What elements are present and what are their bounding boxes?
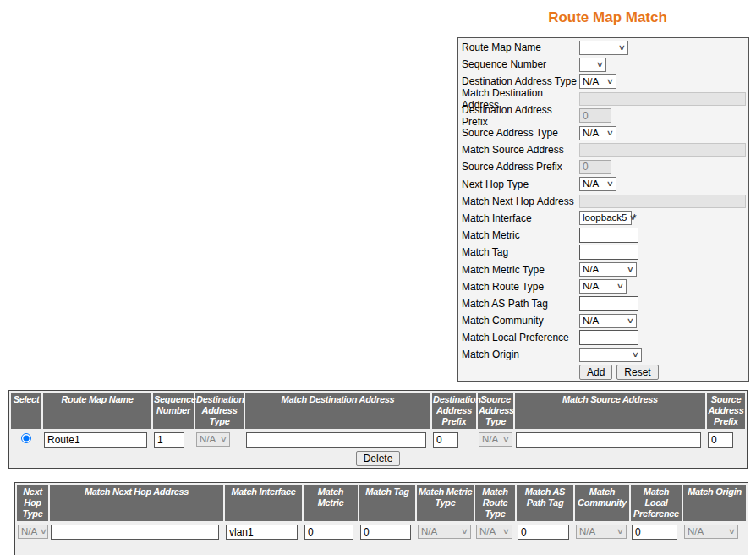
chevron-down-icon: ∨	[627, 315, 634, 327]
select-value: N/A	[583, 315, 599, 327]
source-address-prefix-input	[579, 160, 611, 174]
select-value: N/A	[421, 525, 437, 538]
source-address-prefix-label: Source Address Prefix	[462, 161, 579, 173]
source-address-type-label: Source Address Type	[462, 127, 579, 139]
match-as-path-tag-input[interactable]	[579, 296, 638, 311]
next-hop-type-select[interactable]: N/A∨	[579, 177, 616, 191]
destination-address-prefix-input	[579, 108, 611, 123]
match-tag-input[interactable]	[579, 245, 638, 260]
destination-address-type-select[interactable]: N/A∨	[579, 74, 616, 89]
column-header-match-interface: Match Interface	[225, 485, 302, 521]
row-match-metric-input[interactable]	[304, 525, 353, 540]
route-map-match-form: Route Map Name ∨ Sequence Number ∨ Desti…	[457, 37, 749, 382]
form-row-match-route-type: Match Route Type N/A∨	[458, 278, 748, 295]
chevron-down-icon: ∨	[618, 41, 626, 54]
match-local-preference-input[interactable]	[579, 330, 638, 345]
column-header-select: Select	[11, 393, 41, 429]
form-row-route-map-name: Route Map Name ∨	[458, 39, 748, 56]
delete-button[interactable]: Delete	[356, 451, 401, 466]
select-value: loopback5	[583, 212, 627, 224]
row-match-next-hop-address-input[interactable]	[51, 525, 219, 540]
next-hop-match-table: Next Hop Type Match Next Hop Address Mat…	[14, 482, 748, 555]
chevron-down-icon: ∨	[627, 263, 634, 276]
chevron-down-icon: ∨	[40, 525, 47, 538]
row-source-address-type-select: N/A∨	[479, 432, 512, 447]
chevron-down-icon: ∨	[596, 58, 604, 71]
chevron-down-icon: ∨	[220, 433, 227, 446]
select-value: N/A	[583, 178, 599, 190]
sequence-number-select[interactable]: ∨	[579, 58, 606, 72]
chevron-down-icon: ∨	[502, 525, 510, 538]
match-metric-label: Match Metric	[462, 229, 579, 241]
row-match-tag-input[interactable]	[360, 525, 411, 540]
sequence-number-label: Sequence Number	[462, 58, 579, 70]
form-buttons-row: Add Reset	[458, 364, 748, 381]
match-metric-type-label: Match Metric Type	[462, 264, 579, 276]
next-hop-type-label: Next Hop Type	[462, 179, 579, 190]
column-header-route-map-name: Route Map Name	[43, 393, 151, 429]
row-route-map-name-input[interactable]	[44, 432, 147, 448]
row-match-community-select: N/A∨	[576, 525, 627, 539]
select-value: N/A	[583, 127, 599, 140]
match-route-type-select[interactable]: N/A∨	[579, 279, 627, 294]
column-header-match-metric-type: Match Metric Type	[417, 485, 474, 521]
form-row-source-address-prefix: Source Address Prefix	[458, 158, 748, 175]
column-header-match-community: Match Community	[575, 485, 629, 521]
row-match-destination-address-input[interactable]	[246, 432, 426, 448]
chevron-down-icon: ∨	[728, 525, 736, 538]
select-value: N/A	[688, 525, 704, 538]
column-header-destination-address-type: Destination Address Type	[195, 393, 244, 429]
destination-address-prefix-label: Destination Address Prefix	[462, 104, 579, 128]
row-source-address-prefix-input[interactable]	[708, 432, 733, 448]
match-interface-select[interactable]: loopback5∨	[579, 211, 632, 225]
chevron-down-icon: ∨	[606, 127, 614, 140]
match-next-hop-address-input	[579, 195, 746, 208]
reset-button[interactable]: Reset	[616, 365, 658, 380]
chevron-down-icon: ∨	[461, 525, 468, 538]
form-row-match-local-preference: Match Local Preference	[458, 329, 748, 346]
route-map-name-label: Route Map Name	[462, 41, 579, 53]
chevron-down-icon: ∨	[606, 75, 614, 88]
row-match-as-path-tag-input[interactable]	[518, 525, 569, 540]
match-metric-input[interactable]	[579, 228, 638, 243]
form-row-match-interface: Match Interface loopback5∨*	[458, 210, 748, 227]
row-match-local-preference-input[interactable]	[632, 525, 677, 540]
column-header-match-tag: Match Tag	[359, 485, 415, 521]
chevron-down-icon: ∨	[606, 178, 614, 190]
page-title: Route Map Match	[462, 9, 753, 26]
select-value: N/A	[200, 433, 216, 446]
form-row-match-next-hop-address: Match Next Hop Address	[458, 193, 748, 210]
column-header-match-next-hop-address: Match Next Hop Address	[50, 485, 223, 521]
row-match-source-address-input[interactable]	[516, 432, 701, 448]
source-address-type-select[interactable]: N/A∨	[579, 126, 616, 140]
form-row-source-address-type: Source Address Type N/A∨	[458, 124, 748, 141]
route-map-match-table: Select Route Map Name Sequence Number De…	[8, 390, 748, 469]
form-row-match-metric-type: Match Metric Type N/A∨	[458, 261, 748, 278]
row-destination-address-prefix-input[interactable]	[433, 432, 458, 448]
next-hop-table-row: N/A∨ N/A∨ N/A∨ N/A∨ N/A∨	[17, 523, 746, 541]
match-origin-select[interactable]: ∨	[579, 348, 642, 362]
column-header-match-route-type: Match Route Type	[475, 485, 515, 521]
chevron-down-icon: ∨	[632, 349, 639, 361]
select-value: N/A	[482, 433, 498, 446]
form-row-destination-address-prefix: Destination Address Prefix	[458, 107, 748, 124]
match-next-hop-address-label: Match Next Hop Address	[462, 195, 579, 207]
row-sequence-number-input[interactable]	[154, 432, 184, 448]
column-header-match-local-preference: Match Local Preference	[631, 485, 682, 521]
row-next-hop-type-select: N/A∨	[18, 525, 48, 539]
select-value: N/A	[479, 525, 496, 538]
column-header-destination-address-prefix: Destination Address Prefix	[432, 393, 476, 429]
match-community-select[interactable]: N/A∨	[579, 314, 637, 328]
route-map-name-select[interactable]: ∨	[579, 41, 628, 55]
match-table-header-row: Select Route Map Name Sequence Number De…	[11, 393, 745, 429]
select-value: N/A	[583, 280, 599, 293]
column-header-source-address-type: Source Address Type	[478, 393, 513, 429]
add-button[interactable]: Add	[579, 365, 612, 380]
row-match-interface-input[interactable]	[226, 525, 298, 540]
row-select-radio[interactable]	[21, 433, 31, 443]
next-hop-table-header-row: Next Hop Type Match Next Hop Address Mat…	[17, 485, 746, 521]
chevron-down-icon: ∨	[616, 525, 624, 538]
form-row-next-hop-type: Next Hop Type N/A∨	[458, 176, 748, 193]
form-row-match-metric: Match Metric	[458, 227, 748, 244]
match-metric-type-select[interactable]: N/A∨	[579, 262, 637, 277]
